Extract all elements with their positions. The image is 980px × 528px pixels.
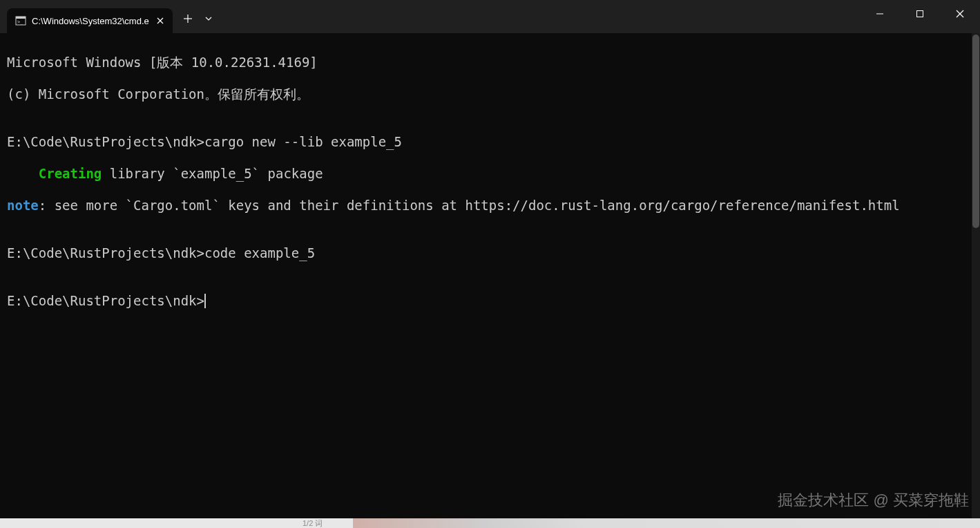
- svg-text:>_: >_: [17, 19, 23, 25]
- output-line: E:\Code\RustProjects\ndk>: [7, 293, 973, 309]
- output-line: E:\Code\RustProjects\ndk>cargo new --lib…: [7, 134, 973, 150]
- indent: [7, 166, 39, 181]
- command-text: code example_5: [204, 245, 315, 261]
- svg-rect-1: [16, 17, 26, 19]
- terminal-icon: >_: [15, 15, 26, 26]
- bottom-text: 1/2 词: [302, 518, 323, 528]
- output-line: (c) Microsoft Corporation。保留所有权利。: [7, 86, 973, 102]
- creating-label: Creating: [39, 166, 102, 181]
- tab-cmd[interactable]: >_ C:\Windows\System32\cmd.e: [7, 8, 173, 33]
- tab-title: C:\Windows\System32\cmd.e: [32, 16, 149, 26]
- tab-close-button[interactable]: [155, 15, 166, 26]
- scrollbar-thumb[interactable]: [972, 35, 979, 228]
- note-label: note: [7, 198, 39, 213]
- creating-detail: library `example_5` package: [102, 166, 323, 181]
- prompt-path: E:\Code\RustProjects\ndk>: [7, 245, 204, 261]
- output-line: Creating library `example_5` package: [7, 166, 973, 182]
- maximize-button[interactable]: [900, 0, 940, 28]
- titlebar: >_ C:\Windows\System32\cmd.e: [0, 0, 980, 33]
- tab-dropdown-button[interactable]: [199, 8, 218, 30]
- output-line: Microsoft Windows [版本 10.0.22631.4169]: [7, 55, 973, 70]
- window-controls: [860, 0, 980, 28]
- output-line: E:\Code\RustProjects\ndk>code example_5: [7, 245, 973, 261]
- tab-area: >_ C:\Windows\System32\cmd.e: [0, 0, 218, 33]
- new-tab-button[interactable]: [177, 8, 199, 30]
- prompt-path: E:\Code\RustProjects\ndk>: [7, 293, 204, 308]
- prompt-path: E:\Code\RustProjects\ndk>: [7, 134, 204, 149]
- watermark: 掘金技术社区 @ 买菜穿拖鞋: [778, 490, 969, 511]
- command-text: cargo new --lib example_5: [204, 134, 402, 149]
- terminal-output[interactable]: Microsoft Windows [版本 10.0.22631.4169] (…: [0, 33, 980, 330]
- minimize-button[interactable]: [860, 0, 900, 28]
- cursor: [204, 294, 206, 308]
- svg-rect-8: [917, 11, 923, 17]
- note-detail: : see more `Cargo.toml` keys and their d…: [39, 198, 900, 213]
- output-line: note: see more `Cargo.toml` keys and the…: [7, 198, 973, 214]
- bottom-strip: 1/2 词: [0, 518, 980, 528]
- close-window-button[interactable]: [940, 0, 980, 28]
